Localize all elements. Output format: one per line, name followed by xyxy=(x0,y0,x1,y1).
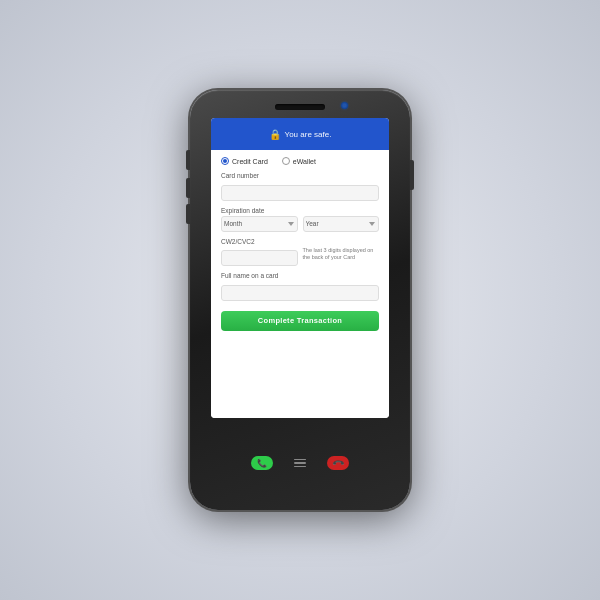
cvv-row: The last 3 digits displayed on the back … xyxy=(221,247,379,267)
phone-device: 🔒 You are safe. Credit Card eWallet Card… xyxy=(190,90,410,510)
credit-card-option[interactable]: Credit Card xyxy=(221,157,268,165)
ewallet-option[interactable]: eWallet xyxy=(282,157,316,165)
menu-button[interactable] xyxy=(289,456,311,470)
complete-transaction-button[interactable]: Complete Transaction xyxy=(221,311,379,331)
cvv-input-wrap xyxy=(221,247,298,267)
month-select[interactable]: Month 010203 040506 070809 101112 xyxy=(221,216,298,232)
volume-down-button[interactable] xyxy=(186,204,190,224)
call-icon: 📞 xyxy=(257,459,267,468)
menu-lines-icon xyxy=(294,459,306,468)
front-camera xyxy=(341,102,348,109)
volume-mute-button[interactable] xyxy=(186,150,190,170)
year-select[interactable]: Year 202420252026 202720282029 xyxy=(303,216,380,232)
card-number-input[interactable] xyxy=(221,185,379,201)
end-call-button[interactable]: 📞 xyxy=(327,456,349,470)
payment-form: Credit Card eWallet Card number Expirati… xyxy=(211,150,389,418)
full-name-label: Full name on a card xyxy=(221,272,379,279)
expiration-label: Expiration date xyxy=(221,207,379,214)
expiry-row: Month 010203 040506 070809 101112 Year 2… xyxy=(221,216,379,232)
card-number-label: Card number xyxy=(221,172,379,179)
credit-card-label: Credit Card xyxy=(232,158,268,165)
power-button[interactable] xyxy=(410,160,414,190)
call-button[interactable]: 📞 xyxy=(251,456,273,470)
cvv-input[interactable] xyxy=(221,250,298,266)
full-name-input[interactable] xyxy=(221,285,379,301)
cvv-hint: The last 3 digits displayed on the back … xyxy=(303,247,380,262)
volume-up-button[interactable] xyxy=(186,178,190,198)
screen-header: 🔒 You are safe. xyxy=(211,118,389,150)
payment-type-row: Credit Card eWallet xyxy=(221,157,379,165)
phone-speaker xyxy=(275,104,325,110)
safe-text: You are safe. xyxy=(285,130,332,139)
cvv-label: CW2/CVC2 xyxy=(221,238,379,245)
phone-bottom: 📞 📞 xyxy=(190,418,410,510)
ewallet-radio[interactable] xyxy=(282,157,290,165)
ewallet-label: eWallet xyxy=(293,158,316,165)
end-call-icon: 📞 xyxy=(331,456,344,469)
lock-icon: 🔒 xyxy=(269,129,281,140)
phone-screen: 🔒 You are safe. Credit Card eWallet Card… xyxy=(211,118,389,418)
credit-card-radio[interactable] xyxy=(221,157,229,165)
nav-buttons: 📞 📞 xyxy=(251,456,349,470)
